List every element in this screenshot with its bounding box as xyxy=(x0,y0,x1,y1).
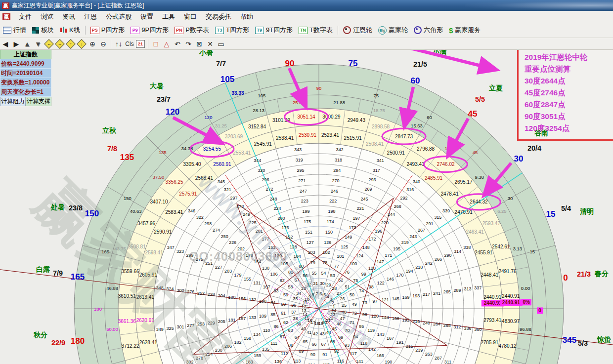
spiral-number: 25 xyxy=(342,303,347,308)
price-label: 2583.41 xyxy=(165,209,183,215)
spiral-number: 203 xyxy=(224,269,232,274)
spiral-number: 265 xyxy=(443,289,451,294)
toolbar-button-9P四方形[interactable]: P99P四方形 xyxy=(128,25,172,36)
toolbar-button-P四方形[interactable]: PSP四方形 xyxy=(88,25,128,36)
price-label: 2530.91 xyxy=(299,132,317,138)
screen-tool[interactable]: ▭ xyxy=(216,39,226,49)
spiral-number: 154 xyxy=(254,259,261,264)
toolbar-button-行情[interactable]: 行情 xyxy=(0,25,29,36)
zoom-out[interactable]: ⊖ xyxy=(98,39,109,49)
price-label: 2628.41 xyxy=(139,340,158,345)
toolbar-button-板块[interactable]: 板块 xyxy=(29,25,57,36)
menu-item-4[interactable]: 公式选股 xyxy=(101,11,136,22)
spiral-number: 278 xyxy=(196,356,203,361)
toolbar-button-K线[interactable]: K线 xyxy=(57,25,83,36)
gann-wheel-icon xyxy=(343,26,351,34)
toolbar-button-9T四方形[interactable]: T99T四方形 xyxy=(252,25,296,36)
spiral-number: 84 xyxy=(270,300,275,305)
menu-item-9[interactable]: 帮助 xyxy=(236,11,258,22)
up-triangle[interactable]: ▲ xyxy=(22,39,33,49)
collapse-tool[interactable]: ✕ xyxy=(205,39,216,49)
spiral-number: 169 xyxy=(402,295,409,300)
menu-item-0[interactable]: 文件 xyxy=(14,11,36,22)
toolbar-button-六角形[interactable]: 六角形 xyxy=(411,25,446,36)
spiral-number: 288 xyxy=(443,323,451,328)
price-label: 2545.91 xyxy=(254,141,272,147)
percent-label: 15.63 xyxy=(411,123,423,128)
spiral-number: 267 xyxy=(418,228,425,233)
price-label: 2644.32 xyxy=(470,199,488,204)
spiral-number: 302 xyxy=(186,360,193,364)
rotate-ccw[interactable]: ↶ xyxy=(172,39,183,49)
calendar-icon[interactable]: 21 xyxy=(135,39,146,49)
menu-item-7[interactable]: 窗口 xyxy=(179,11,201,22)
spiral-number: 62 xyxy=(283,320,288,325)
menu-item-6[interactable]: 工具 xyxy=(158,11,179,22)
spiral-number: 46 xyxy=(337,322,342,326)
toolbar-button-赢家服务[interactable]: $赢家服务 xyxy=(446,25,483,36)
spiral-number: 143 xyxy=(377,332,385,337)
menu-item-5[interactable]: 设置 xyxy=(136,11,158,22)
cls-button[interactable]: Cls xyxy=(124,39,135,49)
price-label: 2695.17 xyxy=(454,179,473,185)
spiral-number: 226 xyxy=(229,240,236,245)
spiral-number: 5 xyxy=(323,292,326,297)
spiral-number: 228 xyxy=(208,292,215,297)
diamond-down[interactable]: ↓ xyxy=(76,39,87,49)
percent-label: 3.13 xyxy=(513,246,523,251)
spiral-number: 66 xyxy=(312,342,317,347)
menu-item-1[interactable]: 浏览 xyxy=(36,11,58,22)
spiral-number: 316 xyxy=(406,187,414,192)
toolbar-button-P数字表[interactable]: PNP数字表 xyxy=(172,25,212,36)
toolbar-button-赢家轮[interactable]: Big赢家轮 xyxy=(375,25,411,36)
diamond-left[interactable]: ← xyxy=(44,39,54,49)
diamond-up[interactable]: ↑ xyxy=(65,39,76,49)
toolbar-button-江恩轮[interactable]: 江恩轮 xyxy=(340,25,375,36)
spiral-number: 126 xyxy=(324,240,331,245)
price-label: 3000.29 xyxy=(322,114,341,120)
spiral-number: 70 xyxy=(345,328,350,333)
spiral-number: 92 xyxy=(334,349,339,354)
down-triangle[interactable]: ▼ xyxy=(33,39,44,49)
spiral-number: 289 xyxy=(454,288,461,293)
degree-label: 75 xyxy=(373,93,379,98)
price-label: 2553.41 xyxy=(233,150,251,156)
triangle-tool[interactable]: △ xyxy=(161,39,172,49)
spiral-number: 215 xyxy=(406,344,413,349)
table-icon xyxy=(3,27,11,34)
calc-resistance-button[interactable]: 计算阻力 xyxy=(0,97,26,106)
rotate-cw[interactable]: ↷ xyxy=(183,39,194,49)
spiral-number: 28 xyxy=(332,286,337,291)
calc-support-button[interactable]: 计算支撑 xyxy=(26,97,51,106)
toolbar-button-T四方形[interactable]: T3T四方形 xyxy=(212,25,252,36)
next-arrow[interactable]: ▶ xyxy=(11,39,22,49)
delete-box[interactable]: ⊠ xyxy=(194,39,205,49)
diamond-right[interactable]: → xyxy=(54,39,65,49)
spiral-number: 172 xyxy=(369,237,376,242)
spiral-number: 108 xyxy=(259,299,266,304)
menu-bar: 赢 文件浏览资讯江恩公式选股设置工具窗口交易委托帮助 xyxy=(0,11,613,23)
spiral-number: 91 xyxy=(322,352,327,357)
toolbar-button-label: T数字表 xyxy=(309,26,333,35)
spiral-number: 76 xyxy=(345,270,350,275)
spiral-number: 339 xyxy=(442,208,450,213)
spiral-number: 197 xyxy=(352,216,360,221)
titlebar-blur xyxy=(465,0,613,11)
updown-tool[interactable]: ↑↓ xyxy=(113,39,124,49)
toolbar-button-T数字表[interactable]: TNT数字表 xyxy=(296,25,336,36)
spiral-number: 37 xyxy=(291,310,296,315)
zoom-in[interactable]: ⊕ xyxy=(87,39,98,49)
menu-item-3[interactable]: 江恩 xyxy=(80,11,101,22)
price-label: 2455.91 xyxy=(475,250,493,255)
highlighted-price-cell: 0% xyxy=(523,299,530,305)
rect-tool[interactable]: □ xyxy=(150,39,161,49)
spiral-number: 104 xyxy=(294,254,301,259)
degree-label: 60 xyxy=(427,115,432,120)
spiral-number: 69 xyxy=(338,335,343,340)
spiral-number: 29 xyxy=(326,283,331,287)
spiral-number: 341 xyxy=(377,158,384,163)
menu-item-2[interactable]: 资讯 xyxy=(58,11,80,22)
menu-item-8[interactable]: 交易委托 xyxy=(201,11,236,22)
prev-arrow[interactable]: ◀ xyxy=(0,39,11,49)
drawing-toolbar: ◀▶▲▼←→↑↓⊕⊖↑↓Cls21□△↶↷⊠✕▭ xyxy=(0,38,613,50)
